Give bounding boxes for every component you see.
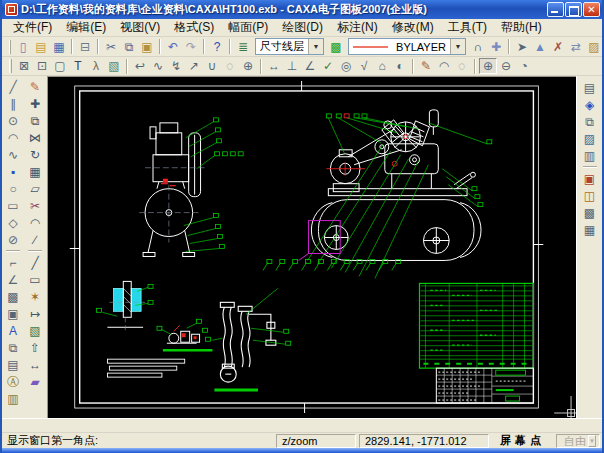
home-view-icon[interactable]: ⌂ [373, 58, 391, 74]
point-add-icon[interactable]: ✚ [487, 39, 505, 55]
toolbar-grip[interactable] [9, 40, 11, 54]
chamfer-icon[interactable]: ⌐ [4, 254, 22, 271]
trim-icon[interactable]: ✂ [26, 197, 44, 214]
select-filter-icon[interactable]: ▲ [531, 39, 549, 55]
rotate-icon[interactable]: ↻ [26, 146, 44, 163]
new-file-icon[interactable]: ▯ [14, 39, 32, 55]
text-style-icon[interactable]: T [69, 58, 87, 74]
check-mark-icon[interactable]: ✓ [319, 58, 337, 74]
view-rotate-icon[interactable]: ◔ [515, 58, 533, 74]
paste-icon[interactable]: ▣ [138, 39, 156, 55]
probe-icon[interactable]: ◌ [221, 58, 239, 74]
edit-rect-icon[interactable]: ▭ [26, 271, 44, 288]
scale-icon[interactable]: ▱ [26, 180, 44, 197]
roughness-icon[interactable]: √ [355, 58, 373, 74]
zigzag-line-icon[interactable]: ↯ [167, 58, 185, 74]
color-layer-icon[interactable]: ▩ [327, 39, 345, 55]
menu-sheet[interactable]: 幅面(P) [221, 18, 275, 37]
minimize-button[interactable] [547, 2, 564, 17]
chevron-down-icon[interactable]: ▼ [450, 39, 465, 54]
explode-icon[interactable]: ✶ [26, 288, 44, 305]
dim-angle-icon[interactable]: ∠ [301, 58, 319, 74]
block-icon[interactable]: ⧉ [4, 339, 22, 356]
chevron-down-icon[interactable]: ▼ [308, 39, 323, 54]
menu-format[interactable]: 格式(S) [167, 18, 221, 37]
copy-icon[interactable]: ⧉ [120, 39, 138, 55]
deselect-icon[interactable]: ✗ [549, 39, 567, 55]
contour-icon[interactable]: ∪ [203, 58, 221, 74]
cut-icon[interactable]: ✂ [102, 39, 120, 55]
formula-icon[interactable]: λ [87, 58, 105, 74]
raster-image-icon[interactable]: ▧ [105, 58, 123, 74]
ellipse-icon[interactable]: ○ [4, 180, 22, 197]
sheet-edit-icon[interactable]: ▥ [581, 147, 599, 164]
menu-draw[interactable]: 绘图(D) [275, 18, 330, 37]
maximize-button[interactable] [565, 2, 582, 17]
redo-icon[interactable]: ↷ [182, 39, 200, 55]
new-view-icon[interactable]: ▢ [51, 58, 69, 74]
mirror-icon[interactable]: ⋈ [26, 129, 44, 146]
circle-icon[interactable]: ⊙ [4, 112, 22, 129]
title-block-icon[interactable]: ◫ [581, 187, 599, 204]
zoom-in-icon[interactable]: ⊕ [479, 58, 497, 74]
leader-arrow-icon[interactable]: ↗ [185, 58, 203, 74]
close-button[interactable] [583, 2, 600, 17]
menu-tools[interactable]: 工具(T) [441, 18, 494, 37]
erase-icon[interactable]: ✎ [26, 78, 44, 95]
menu-file[interactable]: 文件(F) [6, 18, 59, 37]
undo-icon[interactable]: ↶ [164, 39, 182, 55]
layer-combo[interactable]: 尺寸线层 ▼ [255, 38, 324, 55]
open-file-icon[interactable]: ▤ [32, 39, 50, 55]
layer-move-icon[interactable]: ⇧ [26, 339, 44, 356]
text-icon[interactable]: A [4, 322, 22, 339]
print-icon[interactable]: ⊟ [76, 39, 94, 55]
hatch-icon[interactable]: ▩ [4, 288, 22, 305]
datum-symbol-icon[interactable]: ◎ [337, 58, 355, 74]
zoom-all-icon[interactable]: ⊠ [15, 58, 33, 74]
balloon-text-icon[interactable]: Ⓐ [4, 373, 22, 390]
copy-object-icon[interactable]: ⧉ [26, 112, 44, 129]
revision-cloud-icon[interactable]: ◠ [435, 58, 453, 74]
edit-line-icon[interactable]: ╱ [26, 254, 44, 271]
dim-vertical-icon[interactable]: ⊥ [283, 58, 301, 74]
zoom-out-icon[interactable]: ⊖ [497, 58, 515, 74]
layer-manager-icon[interactable]: ≣ [234, 39, 252, 55]
frame-icon[interactable]: ▣ [581, 170, 599, 187]
menu-help[interactable]: 帮助(H) [494, 18, 549, 37]
parallel-line-icon[interactable]: ∥ [4, 95, 22, 112]
save-icon[interactable]: ▦ [50, 39, 68, 55]
center-mark-icon[interactable]: ⊕ [239, 58, 257, 74]
hatch-line-icon[interactable]: ⊘ [4, 231, 22, 248]
stretch-icon[interactable]: ↦ [26, 305, 44, 322]
wave-line-icon[interactable]: ∿ [149, 58, 167, 74]
zoom-dynamic-icon[interactable]: ◌ [453, 58, 471, 74]
fillet-icon[interactable]: ◠ [26, 214, 44, 231]
angle-line-icon[interactable]: ∠ [4, 271, 22, 288]
parts-list-icon[interactable]: ▦ [581, 221, 599, 238]
table-icon[interactable]: ▤ [4, 356, 22, 373]
move-icon[interactable]: ✚ [26, 95, 44, 112]
dim-edit-icon[interactable]: ↔ [26, 356, 44, 373]
array-icon[interactable]: ▦ [26, 163, 44, 180]
block-edit-icon[interactable]: ▧ [26, 322, 44, 339]
menu-modify[interactable]: 修改(M) [385, 18, 441, 37]
toolbar-grip[interactable] [9, 59, 12, 73]
format-brush-icon[interactable]: ▰ [26, 373, 44, 390]
object-snap-icon[interactable]: ∩ [469, 39, 487, 55]
menu-dimension[interactable]: 标注(N) [330, 18, 385, 37]
point-icon[interactable]: ▪ [4, 163, 22, 180]
break-icon[interactable]: ∕ [26, 231, 44, 248]
polygon-icon[interactable]: ◇ [4, 214, 22, 231]
dim-linear-icon[interactable]: ↔ [265, 58, 283, 74]
line-icon[interactable]: ╱ [4, 78, 22, 95]
rectangle-icon[interactable]: ▭ [4, 197, 22, 214]
linetype-combo[interactable]: BYLAYER ▼ [348, 38, 466, 55]
command-input[interactable]: z/zoom [276, 434, 356, 448]
clipboard-icon[interactable]: ▨ [585, 39, 603, 55]
zoom-window-icon[interactable]: ⊡ [33, 58, 51, 74]
three-d-view-icon[interactable]: ◈ [581, 96, 599, 113]
menu-edit[interactable]: 编辑(E) [59, 18, 113, 37]
menu-view[interactable]: 视图(V) [113, 18, 167, 37]
swap-select-icon[interactable]: ⇄ [567, 39, 585, 55]
spline-icon[interactable]: ∿ [4, 146, 22, 163]
